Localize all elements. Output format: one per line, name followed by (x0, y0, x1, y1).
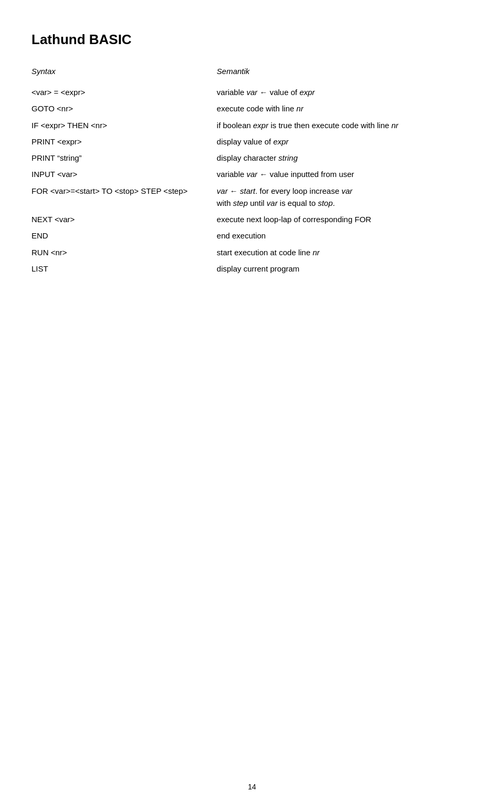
semantics-cell: if boolean expr is true then execute cod… (217, 119, 472, 136)
syntax-cell: PRINT <expr> (32, 136, 217, 152)
syntax-cell: PRINT “string” (32, 152, 217, 168)
syntax-cell: END (32, 230, 217, 246)
syntax-cell: IF <expr> THEN <nr> (32, 119, 217, 136)
semantics-cell: execute code with line nr (217, 102, 472, 119)
header-row: Syntax Semantik (32, 67, 472, 86)
table-row: GOTO <nr>execute code with line nr (32, 102, 472, 119)
semantics-cell: display value of expr (217, 136, 472, 152)
syntax-cell: GOTO <nr> (32, 102, 217, 119)
table-row: INPUT <var>variable var ← value inputted… (32, 168, 472, 184)
table-row: ENDend execution (32, 230, 472, 246)
syntax-cell: FOR <var>=<start> TO <stop> STEP <step> (32, 185, 217, 214)
table-row: RUN <nr>start execution at code line nr (32, 246, 472, 263)
table-row: PRINT <expr>display value of expr (32, 136, 472, 152)
syntax-cell: <var> = <expr> (32, 86, 217, 102)
semantics-cell: display current program (217, 263, 472, 279)
table-row: FOR <var>=<start> TO <stop> STEP <step>v… (32, 185, 472, 214)
semantics-cell: variable var ← value inputted from user (217, 168, 472, 184)
table-row: IF <expr> THEN <nr>if boolean expr is tr… (32, 119, 472, 136)
semantics-cell: execute next loop-lap of corresponding F… (217, 213, 472, 230)
semantics-cell: start execution at code line nr (217, 246, 472, 263)
table-row: <var> = <expr>variable var ← value of ex… (32, 86, 472, 102)
page-number: 14 (248, 783, 256, 791)
table-row: LISTdisplay current program (32, 263, 472, 279)
page-container: Lathund BASIC Syntax Semantik <var> = <e… (0, 0, 504, 812)
semantics-cell: var ← start. for every loop increase var… (217, 185, 472, 214)
content-table: Syntax Semantik <var> = <expr>variable v… (32, 67, 472, 279)
syntax-cell: LIST (32, 263, 217, 279)
semantics-cell: variable var ← value of expr (217, 86, 472, 102)
syntax-cell: INPUT <var> (32, 168, 217, 184)
syntax-cell: RUN <nr> (32, 246, 217, 263)
table-body: <var> = <expr>variable var ← value of ex… (32, 86, 472, 279)
semantics-header: Semantik (217, 67, 472, 86)
syntax-cell: NEXT <var> (32, 213, 217, 230)
semantics-cell: end execution (217, 230, 472, 246)
page-title: Lathund BASIC (32, 32, 472, 48)
table-row: NEXT <var>execute next loop-lap of corre… (32, 213, 472, 230)
syntax-header: Syntax (32, 67, 217, 86)
semantics-cell: display character string (217, 152, 472, 168)
table-row: PRINT “string”display character string (32, 152, 472, 168)
